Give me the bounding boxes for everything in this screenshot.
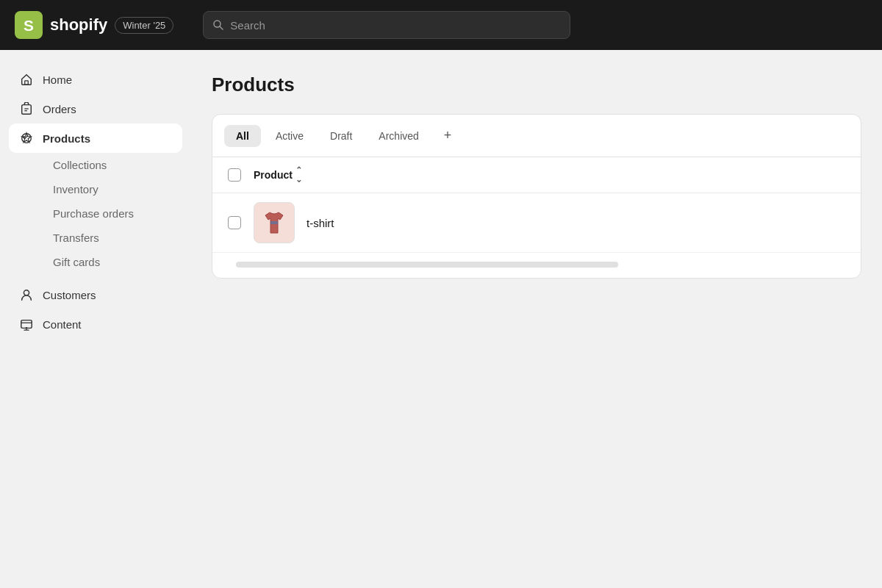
version-badge: Winter '25 bbox=[115, 17, 173, 34]
topbar: S shopify Winter '25 Search bbox=[0, 0, 882, 50]
horizontal-scrollbar[interactable] bbox=[236, 262, 618, 268]
tab-draft[interactable]: Draft bbox=[318, 125, 364, 147]
products-tabs: All Active Draft Archived + bbox=[212, 115, 861, 157]
sidebar-item-customers-label: Customers bbox=[43, 289, 96, 301]
product-thumbnail bbox=[254, 202, 295, 243]
search-icon bbox=[212, 19, 224, 31]
row-checkbox[interactable] bbox=[224, 212, 245, 233]
sidebar-item-products-label: Products bbox=[43, 132, 90, 145]
table-header: Product ⌃⌄ bbox=[212, 157, 861, 193]
tab-add-button[interactable]: + bbox=[437, 123, 459, 148]
product-name: t-shirt bbox=[306, 217, 334, 229]
page-title: Products bbox=[212, 74, 861, 96]
sidebar-item-products[interactable]: Products bbox=[9, 123, 182, 153]
shopify-logo-icon: S bbox=[15, 11, 43, 39]
sidebar-item-collections[interactable]: Collections bbox=[43, 153, 182, 177]
customers-icon bbox=[19, 287, 34, 302]
sidebar-item-customers[interactable]: Customers bbox=[9, 280, 182, 309]
svg-point-8 bbox=[22, 134, 32, 143]
select-all-checkbox[interactable] bbox=[228, 168, 241, 182]
svg-text:S: S bbox=[24, 17, 34, 34]
svg-point-9 bbox=[24, 290, 29, 295]
header-checkbox[interactable] bbox=[224, 165, 245, 185]
home-icon bbox=[19, 72, 34, 87]
content-icon bbox=[19, 317, 34, 331]
svg-rect-5 bbox=[22, 105, 32, 115]
tshirt-icon bbox=[258, 207, 290, 239]
products-icon bbox=[19, 131, 34, 146]
orders-icon bbox=[19, 101, 34, 116]
col-product-label: Product bbox=[254, 169, 293, 181]
search-placeholder: Search bbox=[230, 19, 265, 32]
products-table-card: All Active Draft Archived + Product ⌃⌄ bbox=[212, 114, 861, 279]
main-layout: Home Orders Pro bbox=[0, 50, 882, 588]
tab-all[interactable]: All bbox=[224, 125, 261, 147]
content-area: Products All Active Draft Archived + Pro… bbox=[191, 50, 882, 588]
col-product-header[interactable]: Product ⌃⌄ bbox=[254, 165, 302, 184]
sidebar-item-home-label: Home bbox=[43, 74, 72, 86]
sidebar-item-content[interactable]: Content bbox=[9, 309, 182, 339]
table-scroll-area[interactable] bbox=[212, 253, 861, 278]
sort-icon: ⌃⌄ bbox=[295, 165, 302, 184]
sidebar-item-inventory[interactable]: Inventory bbox=[43, 177, 182, 201]
sidebar-item-purchase-orders[interactable]: Purchase orders bbox=[43, 201, 182, 226]
svg-rect-14 bbox=[270, 221, 278, 224]
tab-archived[interactable]: Archived bbox=[367, 125, 430, 147]
logo-area: S shopify Winter '25 bbox=[15, 11, 173, 39]
sidebar: Home Orders Pro bbox=[0, 50, 191, 588]
sidebar-item-home[interactable]: Home bbox=[9, 65, 182, 94]
brand-name: shopify bbox=[50, 15, 107, 35]
sidebar-item-content-label: Content bbox=[43, 318, 82, 331]
sidebar-item-orders[interactable]: Orders bbox=[9, 94, 182, 123]
svg-rect-10 bbox=[21, 320, 32, 329]
svg-line-3 bbox=[220, 26, 223, 29]
tab-active[interactable]: Active bbox=[264, 125, 315, 147]
svg-point-11 bbox=[26, 327, 28, 329]
row-select-checkbox[interactable] bbox=[228, 216, 241, 229]
sidebar-subnav-products: Collections Inventory Purchase orders Tr… bbox=[9, 153, 182, 274]
sidebar-item-gift-cards[interactable]: Gift cards bbox=[43, 250, 182, 274]
sidebar-item-transfers[interactable]: Transfers bbox=[43, 226, 182, 250]
sidebar-item-orders-label: Orders bbox=[43, 103, 76, 115]
svg-rect-4 bbox=[25, 81, 29, 85]
table-row[interactable]: t-shirt bbox=[212, 193, 861, 253]
search-bar[interactable]: Search bbox=[203, 11, 570, 39]
